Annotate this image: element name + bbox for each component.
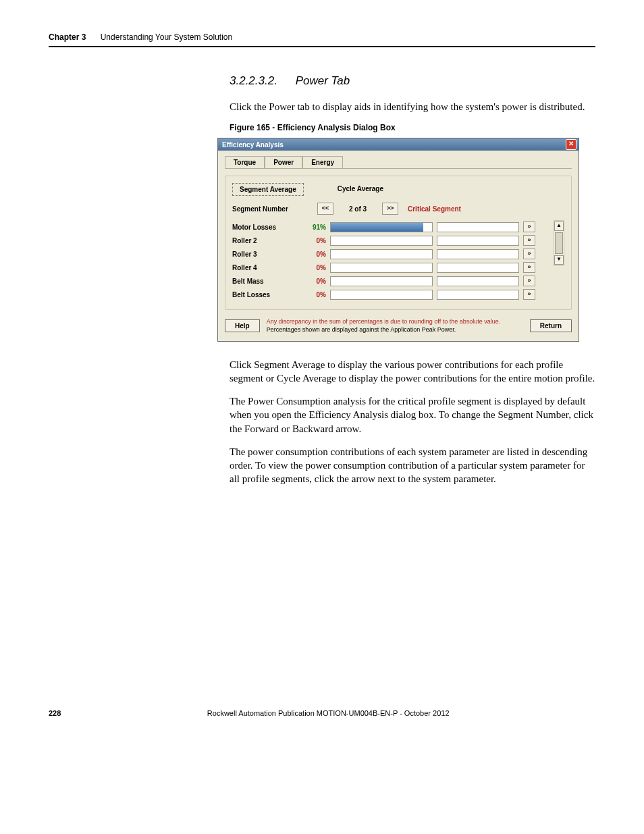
table-row: Motor Losses 91% »: [232, 220, 551, 234]
body-paragraph: The Power Consumption analysis for the c…: [230, 394, 595, 436]
tab-power[interactable]: Power: [265, 156, 302, 168]
scroll-thumb[interactable]: [555, 232, 563, 254]
footnote-line-1: Any discrepancy in the sum of percentage…: [267, 318, 501, 326]
row-bar-rest: [437, 222, 519, 232]
row-pct: 0%: [307, 278, 326, 285]
row-bar: [330, 222, 433, 232]
row-pct: 0%: [307, 264, 326, 271]
row-name: Roller 4: [232, 264, 303, 271]
footnote-line-2: Percentages shown are displayed against …: [267, 326, 501, 334]
vertical-scrollbar[interactable]: ▲ ▼: [554, 220, 564, 266]
section-heading: 3.2.2.3.2. Power Tab: [230, 74, 595, 88]
row-bar-rest: [437, 290, 519, 300]
power-panel: Segment Average Cycle Average Segment Nu…: [225, 176, 572, 310]
publication-info: Rockwell Automation Publication MOTION-U…: [207, 709, 450, 717]
row-bar: [330, 249, 433, 259]
return-button[interactable]: Return: [530, 319, 572, 332]
row-expand-button[interactable]: »: [523, 276, 535, 286]
row-bar-rest: [437, 276, 519, 286]
row-bar: [330, 236, 433, 246]
tab-torque[interactable]: Torque: [225, 156, 265, 168]
chapter-number: Chapter 3: [49, 32, 86, 42]
row-pct: 91%: [307, 224, 326, 231]
row-pct: 0%: [307, 251, 326, 258]
row-expand-button[interactable]: »: [523, 235, 535, 246]
dialog-title: Efficiency Analysis: [222, 141, 284, 149]
section-title: Power Tab: [296, 74, 350, 87]
dialog-titlebar: Efficiency Analysis ✕: [218, 138, 579, 151]
segment-count: 2 of 3: [338, 205, 378, 213]
body-paragraph: Click the Power tab to display aids in i…: [230, 100, 595, 113]
page-number: 228: [49, 709, 61, 717]
critical-segment-label: Critical Segment: [408, 205, 461, 213]
row-expand-button[interactable]: »: [523, 262, 535, 273]
row-pct: 0%: [307, 237, 326, 244]
row-bar-rest: [437, 249, 519, 259]
figure-caption: Figure 165 - Efficiency Analysis Dialog …: [230, 123, 595, 132]
scroll-down-icon[interactable]: ▼: [554, 255, 564, 265]
row-bar-rest: [437, 236, 519, 246]
table-row: Roller 4 0% »: [232, 261, 551, 274]
row-name: Motor Losses: [232, 224, 303, 231]
dialog-footnote: Any discrepancy in the sum of percentage…: [267, 318, 501, 334]
power-rows: Motor Losses 91% » Roller 2 0%: [232, 220, 551, 301]
segment-number-label: Segment Number: [232, 205, 313, 213]
efficiency-analysis-dialog: Efficiency Analysis ✕ Torque Power Energ…: [217, 138, 579, 341]
row-expand-button[interactable]: »: [523, 221, 535, 232]
row-name: Roller 2: [232, 237, 303, 244]
row-name: Belt Mass: [232, 278, 303, 285]
subtab-cycle-average[interactable]: Cycle Average: [331, 183, 390, 196]
row-expand-button[interactable]: »: [523, 249, 535, 259]
close-icon[interactable]: ✕: [566, 139, 576, 150]
row-expand-button[interactable]: »: [523, 289, 535, 300]
subtab-segment-average[interactable]: Segment Average: [232, 183, 304, 196]
row-bar-rest: [437, 263, 519, 273]
prev-segment-button[interactable]: <<: [317, 203, 333, 215]
tab-energy[interactable]: Energy: [302, 156, 343, 168]
row-bar: [330, 263, 433, 273]
row-name: Roller 3: [232, 251, 303, 258]
tabs: Torque Power Energy: [225, 156, 572, 169]
next-segment-button[interactable]: >>: [382, 203, 398, 215]
row-bar: [330, 276, 433, 286]
page-footer: 228 Rockwell Automation Publication MOTI…: [49, 709, 595, 717]
table-row: Belt Losses 0% »: [232, 288, 551, 301]
section-number: 3.2.2.3.2.: [230, 74, 277, 87]
row-pct: 0%: [307, 291, 326, 298]
chapter-header: Chapter 3 Understanding Your System Solu…: [49, 32, 595, 47]
chapter-title: Understanding Your System Solution: [101, 32, 232, 42]
table-row: Roller 2 0% »: [232, 234, 551, 247]
row-name: Belt Losses: [232, 291, 303, 298]
table-row: Belt Mass 0% »: [232, 274, 551, 288]
help-button[interactable]: Help: [225, 319, 260, 332]
body-paragraph: Click Segment Average to display the var…: [230, 358, 595, 386]
table-row: Roller 3 0% »: [232, 247, 551, 261]
scroll-up-icon[interactable]: ▲: [554, 221, 564, 231]
row-bar: [330, 290, 433, 300]
body-paragraph: The power consumption contributions of e…: [230, 445, 595, 486]
